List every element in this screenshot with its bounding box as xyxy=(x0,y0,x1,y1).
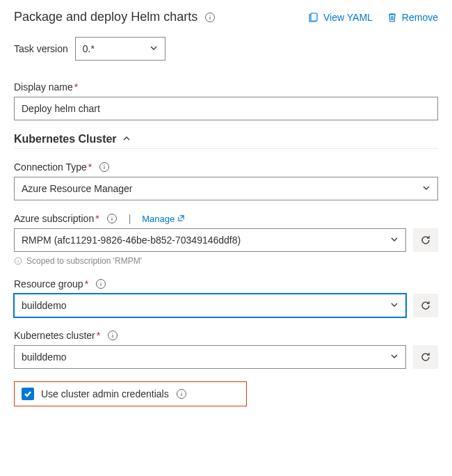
svg-point-17 xyxy=(113,333,113,333)
svg-rect-3 xyxy=(311,13,317,21)
svg-point-11 xyxy=(18,259,19,260)
scoped-note-text: Scoped to subscription 'RMPM' xyxy=(26,256,142,266)
remove-link[interactable]: Remove xyxy=(387,12,438,23)
svg-point-20 xyxy=(181,391,181,392)
svg-point-1 xyxy=(210,15,211,15)
task-header: Package and deploy Helm charts View YAML… xyxy=(14,10,438,24)
resource-group-value: builddemo xyxy=(22,300,67,311)
azure-subscription-label: Azure subscription xyxy=(14,213,94,224)
view-yaml-label: View YAML xyxy=(323,12,373,23)
section-title: Kubernetes Cluster xyxy=(14,133,117,145)
task-version-select[interactable]: 0.* xyxy=(75,37,166,61)
kubernetes-cluster-value: builddemo xyxy=(22,351,67,363)
scoped-note: Scoped to subscription 'RMPM' xyxy=(14,256,438,266)
task-version-row: Task version 0.* xyxy=(14,37,438,61)
chevron-down-icon xyxy=(390,300,398,311)
display-name-label: Display name xyxy=(14,81,73,93)
info-icon[interactable] xyxy=(99,161,110,173)
chevron-down-icon xyxy=(150,43,158,54)
required-mark: * xyxy=(85,278,88,289)
connection-type-label-row: Connection Type* xyxy=(14,161,438,173)
azure-subscription-value: RMPM (afc11291-9826-46be-b852-70349146dd… xyxy=(22,235,241,246)
kubernetes-cluster-section[interactable]: Kubernetes Cluster xyxy=(14,133,438,149)
resource-group-row: builddemo xyxy=(14,294,438,317)
resource-group-select[interactable]: builddemo xyxy=(14,294,406,317)
connection-type-label: Connection Type xyxy=(14,161,87,173)
required-mark: * xyxy=(95,213,99,224)
header-left: Package and deploy Helm charts xyxy=(14,10,216,24)
refresh-button[interactable] xyxy=(413,294,438,317)
azure-subscription-field: Azure subscription* | Manage RMPM (afc11… xyxy=(14,213,438,266)
azure-subscription-select[interactable]: RMPM (afc11291-9826-46be-b852-70349146dd… xyxy=(14,228,406,252)
kubernetes-cluster-field: Kubernetes cluster* builddemo xyxy=(14,330,438,369)
connection-type-select[interactable]: Azure Resource Manager xyxy=(14,177,438,200)
task-version-label: Task version xyxy=(14,43,68,54)
connection-type-field: Connection Type* Azure Resource Manager xyxy=(14,161,438,200)
required-mark: * xyxy=(97,330,100,341)
header-actions: View YAML Remove xyxy=(308,12,438,23)
display-name-value: Deploy helm chart xyxy=(22,103,100,114)
svg-point-14 xyxy=(100,281,101,282)
pipe-separator: | xyxy=(129,213,131,224)
chevron-down-icon xyxy=(390,351,398,363)
chevron-up-icon xyxy=(122,133,131,145)
kubernetes-cluster-label: Kubernetes cluster xyxy=(14,330,95,341)
resource-group-label: Resource group xyxy=(14,278,83,289)
manage-link[interactable]: Manage xyxy=(142,214,185,224)
refresh-button[interactable] xyxy=(413,228,438,252)
chevron-down-icon xyxy=(422,183,430,194)
azure-subscription-label-row: Azure subscription* | Manage xyxy=(14,213,438,224)
info-icon[interactable] xyxy=(176,388,187,399)
refresh-button[interactable] xyxy=(413,345,438,369)
admin-credentials-checkbox[interactable] xyxy=(22,388,34,400)
display-name-label-row: Display name* xyxy=(14,81,438,93)
admin-credentials-row: Use cluster admin credentials xyxy=(14,381,247,406)
svg-point-5 xyxy=(104,164,105,165)
task-version-value: 0.* xyxy=(83,43,95,54)
kubernetes-cluster-label-row: Kubernetes cluster* xyxy=(14,330,438,341)
svg-point-8 xyxy=(111,216,112,216)
resource-group-label-row: Resource group* xyxy=(14,278,438,289)
info-icon[interactable] xyxy=(95,278,106,289)
display-name-input[interactable]: Deploy helm chart xyxy=(14,97,438,120)
connection-type-value: Azure Resource Manager xyxy=(22,183,133,194)
info-icon[interactable] xyxy=(106,213,118,224)
info-icon[interactable] xyxy=(204,12,216,23)
page-title: Package and deploy Helm charts xyxy=(14,10,197,24)
external-link-icon xyxy=(177,214,185,224)
view-yaml-link[interactable]: View YAML xyxy=(308,12,373,23)
info-icon[interactable] xyxy=(107,330,118,341)
manage-label: Manage xyxy=(142,214,175,224)
required-mark: * xyxy=(88,161,92,173)
required-mark: * xyxy=(74,81,78,93)
display-name-field: Display name* Deploy helm chart xyxy=(14,81,438,120)
chevron-down-icon xyxy=(390,235,398,246)
resource-group-field: Resource group* builddemo xyxy=(14,278,438,317)
admin-credentials-label: Use cluster admin credentials xyxy=(41,388,169,399)
kubernetes-cluster-row: builddemo xyxy=(14,345,438,369)
azure-subscription-row: RMPM (afc11291-9826-46be-b852-70349146dd… xyxy=(14,228,438,252)
kubernetes-cluster-select[interactable]: builddemo xyxy=(14,345,406,369)
remove-label: Remove xyxy=(402,12,438,23)
